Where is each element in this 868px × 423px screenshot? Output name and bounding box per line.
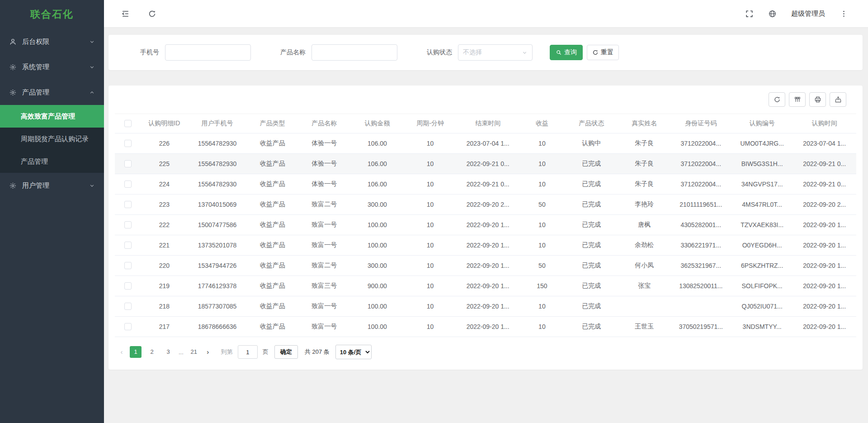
sidebar-item-label: 后台权限 — [22, 38, 89, 46]
table-cell: 18577307085 — [188, 296, 246, 317]
table-row: 22015347944726收益产品致富二号300.00102022-09-20… — [115, 256, 856, 276]
column-header: 用户手机号 — [188, 114, 246, 133]
product-name-input[interactable] — [311, 44, 397, 61]
columns-button[interactable] — [789, 92, 806, 107]
page-number-21[interactable]: 21 — [188, 346, 200, 358]
row-checkbox[interactable] — [124, 181, 132, 188]
product-name-filter-group: 产品名称 — [280, 44, 397, 61]
page-number-1[interactable]: 1 — [130, 346, 142, 358]
table-cell: 10 — [519, 296, 564, 317]
status-select-placeholder: 不选择 — [463, 48, 482, 57]
globe-icon[interactable] — [768, 10, 777, 18]
table-cell: 900.00 — [350, 276, 405, 296]
page-number-3[interactable]: 3 — [162, 346, 174, 358]
table-cell: 106.00 — [350, 133, 405, 154]
table-cell: 106.00 — [350, 154, 405, 174]
table-cell: 220 — [141, 256, 188, 276]
table-cell: 219 — [141, 276, 188, 296]
row-checkbox[interactable] — [124, 221, 132, 228]
table-cell: 体验一号 — [298, 133, 350, 154]
column-header: 结束时间 — [456, 114, 520, 133]
refresh-icon[interactable] — [148, 10, 156, 18]
table-cell: 2022-09-20 1... — [456, 317, 520, 337]
table-cell: 已完成 — [564, 235, 618, 256]
app: 联合石化 后台权限系统管理产品管理高效致富产品管理周期脱贫产品认购记录产品管理用… — [0, 0, 868, 423]
table-cell — [670, 296, 731, 317]
table-cell: 已完成 — [564, 174, 618, 195]
table-cell: 收益产品 — [247, 195, 299, 215]
sidebar-item-label: 产品管理 — [22, 88, 89, 97]
table-row: 22515564782930收益产品体验一号106.00102022-09-21… — [115, 154, 856, 174]
total-count: 共 207 条 — [305, 348, 330, 356]
row-checkbox[interactable] — [124, 160, 132, 167]
row-checkbox[interactable] — [124, 201, 132, 208]
print-button[interactable] — [809, 92, 826, 107]
table-cell: 2022-09-20 1... — [793, 235, 856, 256]
sidebar-subitem-2-1[interactable]: 周期脱贫产品认购记录 — [0, 128, 104, 150]
prev-page-button[interactable]: ‹ — [116, 346, 127, 358]
table-row: 21718678666636收益产品致富一号100.00102022-09-20… — [115, 317, 856, 337]
refresh-button[interactable] — [769, 92, 785, 107]
table-cell: 2022-09-20 1... — [456, 276, 520, 296]
row-checkbox[interactable] — [124, 242, 132, 249]
sidebar-subitem-2-0[interactable]: 高效致富产品管理 — [0, 105, 104, 128]
goto-label: 到第 — [221, 348, 233, 356]
status-select[interactable]: 不选择 — [458, 44, 533, 61]
page-number-2[interactable]: 2 — [146, 346, 158, 358]
app-logo: 联合石化 — [0, 0, 104, 29]
sidebar-item-2[interactable]: 产品管理 — [0, 80, 104, 105]
row-checkbox[interactable] — [124, 282, 132, 290]
sidebar-item-0[interactable]: 后台权限 — [0, 29, 104, 54]
collapse-sidebar-icon[interactable] — [121, 10, 130, 18]
column-header: 收益 — [519, 114, 564, 133]
table-cell: 朱子良 — [618, 174, 670, 195]
page-size-select[interactable]: 10 条/页 — [335, 345, 372, 359]
gear-icon — [9, 63, 17, 71]
phone-label: 手机号 — [140, 48, 159, 57]
subscription-table: 认购明细ID用户手机号产品类型产品名称认购金额周期-分钟结束时间收益产品状态真实… — [115, 114, 856, 337]
table-cell: 2022-09-20 1... — [793, 317, 856, 337]
row-checkbox[interactable] — [124, 323, 132, 330]
table-cell: 10 — [404, 215, 456, 235]
table-cell: 15564782930 — [188, 174, 246, 195]
table-cell: 100.00 — [350, 235, 405, 256]
page-ellipsis[interactable]: ... — [179, 349, 184, 356]
row-checkbox[interactable] — [124, 140, 132, 147]
select-all-checkbox[interactable] — [124, 120, 132, 127]
sidebar-subitem-2-2[interactable]: 产品管理 — [0, 150, 104, 173]
phone-input[interactable] — [165, 44, 251, 61]
column-header: 认购编号 — [731, 114, 793, 133]
table-cell: 2022-09-20 1... — [456, 215, 520, 235]
current-user[interactable]: 超级管理员 — [791, 10, 825, 18]
sidebar-item-3[interactable]: 用户管理 — [0, 173, 104, 198]
content: 手机号 产品名称 认购状态 不选择 查询 — [104, 27, 868, 423]
table-cell: 2022-09-20 1... — [456, 235, 520, 256]
table-cell: 3712022004... — [670, 154, 731, 174]
table-cell: 10 — [519, 215, 564, 235]
goto-confirm-button[interactable]: 确定 — [274, 345, 298, 359]
search-button[interactable]: 查询 — [550, 45, 583, 60]
reset-button[interactable]: 重置 — [587, 45, 619, 60]
goto-page-input[interactable] — [238, 345, 258, 359]
table-cell: 13082520011... — [670, 276, 731, 296]
chevron-down-icon — [89, 39, 95, 45]
table-cell: 2022-09-20 1... — [793, 296, 856, 317]
table-cell: 226 — [141, 133, 188, 154]
table-row: 21818577307085收益产品致富一号100.00102022-09-20… — [115, 296, 856, 317]
export-icon — [835, 96, 842, 103]
kebab-menu-icon[interactable] — [840, 10, 848, 18]
row-checkbox[interactable] — [124, 303, 132, 310]
sidebar-item-1[interactable]: 系统管理 — [0, 54, 104, 80]
column-header: 产品状态 — [564, 114, 618, 133]
table-cell: 2022-09-20 1... — [793, 276, 856, 296]
table-cell: 收益产品 — [247, 154, 299, 174]
table-cell: 10 — [404, 276, 456, 296]
fullscreen-icon[interactable] — [745, 10, 754, 18]
table-cell: 收益产品 — [247, 296, 299, 317]
row-checkbox[interactable] — [124, 262, 132, 269]
next-page-button[interactable]: › — [202, 346, 214, 358]
export-button[interactable] — [830, 92, 846, 107]
table-header: 认购明细ID用户手机号产品类型产品名称认购金额周期-分钟结束时间收益产品状态真实… — [115, 114, 856, 133]
column-header: 身份证号码 — [670, 114, 731, 133]
column-header: 认购明细ID — [141, 114, 188, 133]
